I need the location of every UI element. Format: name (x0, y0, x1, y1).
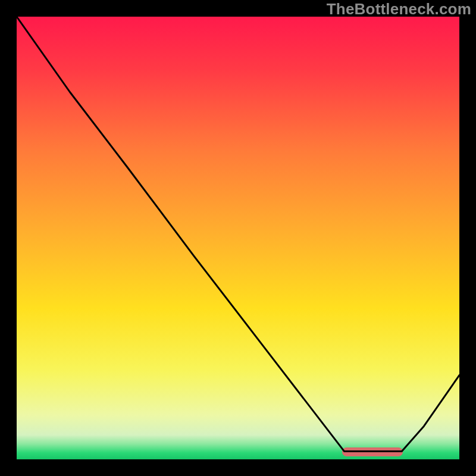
attribution-text: TheBottleneck.com (327, 0, 471, 18)
chart-stage: TheBottleneck.com (0, 0, 476, 476)
bottleneck-curve (17, 17, 459, 459)
plot-area (17, 17, 459, 459)
